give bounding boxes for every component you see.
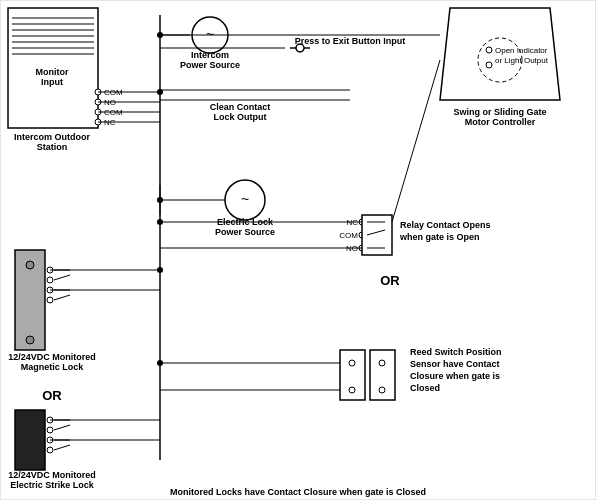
svg-point-82 xyxy=(47,447,53,453)
svg-point-80 xyxy=(47,427,53,433)
svg-text:OR: OR xyxy=(42,388,62,403)
svg-text:Electric Strike Lock: Electric Strike Lock xyxy=(10,480,95,490)
svg-text:12/24VDC Monitored: 12/24VDC Monitored xyxy=(8,352,96,362)
svg-point-112 xyxy=(157,197,163,203)
svg-text:Clean Contact: Clean Contact xyxy=(210,102,271,112)
svg-text:Closed: Closed xyxy=(410,383,440,393)
svg-point-65 xyxy=(26,261,34,269)
svg-text:Station: Station xyxy=(37,142,68,152)
svg-point-114 xyxy=(157,267,163,273)
svg-text:Sensor have Contact: Sensor have Contact xyxy=(410,359,500,369)
svg-point-66 xyxy=(26,336,34,344)
svg-text:Intercom Outdoor: Intercom Outdoor xyxy=(14,132,90,142)
svg-text:~: ~ xyxy=(241,191,249,207)
svg-text:when gate is Open: when gate is Open xyxy=(399,232,480,242)
svg-point-68 xyxy=(47,277,53,283)
svg-point-56 xyxy=(349,360,355,366)
svg-point-57 xyxy=(349,387,355,393)
svg-text:Power Source: Power Source xyxy=(180,60,240,70)
svg-text:OR: OR xyxy=(380,273,400,288)
svg-text:12/24VDC Monitored: 12/24VDC Monitored xyxy=(8,470,96,480)
svg-point-30 xyxy=(486,62,492,68)
svg-point-70 xyxy=(47,297,53,303)
svg-point-110 xyxy=(157,32,163,38)
wiring-diagram: Monitor Input COM NO COM NC Intercom Out… xyxy=(0,0,596,500)
svg-text:Relay Contact Opens: Relay Contact Opens xyxy=(400,220,491,230)
svg-point-29 xyxy=(486,47,492,53)
svg-text:or Light Output: or Light Output xyxy=(495,56,549,65)
svg-text:Press to Exit Button Input: Press to Exit Button Input xyxy=(295,36,406,46)
svg-point-58 xyxy=(379,360,385,366)
svg-text:Lock Output: Lock Output xyxy=(214,112,267,122)
svg-text:Closure when gate is: Closure when gate is xyxy=(410,371,500,381)
svg-point-111 xyxy=(157,89,163,95)
svg-text:Input: Input xyxy=(41,77,63,87)
svg-text:Open Indicator: Open Indicator xyxy=(495,46,548,55)
svg-text:Intercom: Intercom xyxy=(191,50,229,60)
svg-point-59 xyxy=(379,387,385,393)
svg-point-113 xyxy=(157,219,163,225)
svg-text:Monitor: Monitor xyxy=(36,67,69,77)
svg-text:Power Source: Power Source xyxy=(215,227,275,237)
svg-text:Swing or Sliding Gate: Swing or Sliding Gate xyxy=(453,107,546,117)
svg-text:Motor Controller: Motor Controller xyxy=(465,117,536,127)
svg-rect-78 xyxy=(15,410,45,470)
svg-text:Magnetic Lock: Magnetic Lock xyxy=(21,362,85,372)
svg-text:COM: COM xyxy=(339,231,358,240)
svg-text:~: ~ xyxy=(206,26,214,42)
svg-point-115 xyxy=(157,360,163,366)
svg-rect-47 xyxy=(362,215,392,255)
svg-text:Reed Switch Position: Reed Switch Position xyxy=(410,347,502,357)
svg-text:Monitored Locks have Contact C: Monitored Locks have Contact Closure whe… xyxy=(170,487,426,497)
